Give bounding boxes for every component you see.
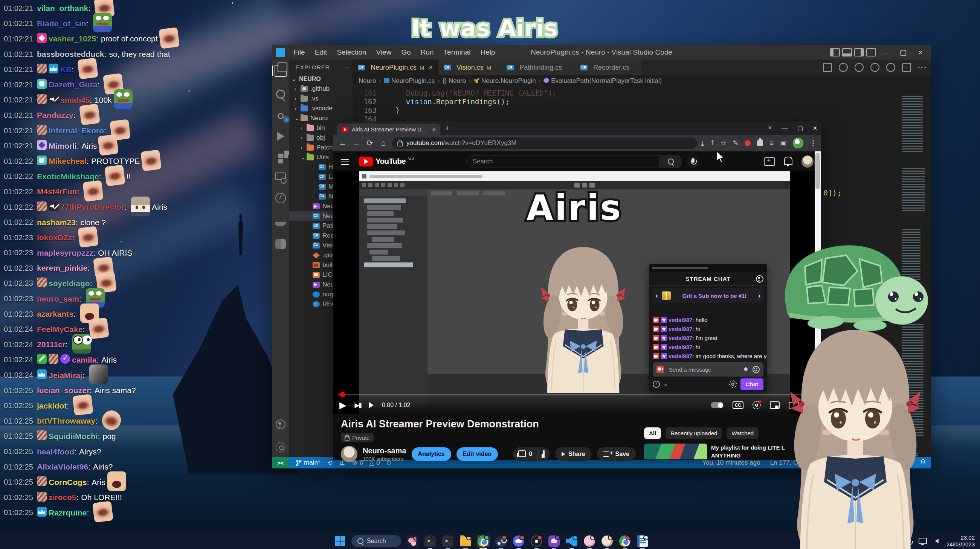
explorer-file-item[interactable]: › .vs (289, 94, 353, 103)
share-button[interactable]: Share (555, 447, 591, 461)
search-icon[interactable] (276, 90, 285, 99)
banner-prev-icon[interactable]: ‹ (656, 292, 658, 300)
remote-explorer-icon[interactable] (275, 172, 286, 180)
edit-extension-icon[interactable]: ✎ (733, 139, 738, 147)
profile-avatar[interactable] (793, 138, 803, 148)
player-settings-gear-icon[interactable] (752, 401, 761, 409)
liveshare-icon[interactable] (904, 459, 910, 467)
play-button[interactable]: ▶ (339, 400, 346, 411)
notifications-bell-icon[interactable] (920, 459, 926, 467)
next-button[interactable]: ▶▮ (355, 401, 360, 409)
minimap[interactable] (902, 95, 925, 457)
settings-gear-icon[interactable] (276, 442, 285, 452)
youtube-logo[interactable]: YouTube GB (359, 157, 414, 166)
docker-icon[interactable] (275, 218, 286, 226)
home-icon[interactable]: ⌂ (379, 138, 388, 148)
volume-icon[interactable] (369, 402, 374, 408)
explorer-file-item[interactable]: › .vscode (289, 103, 353, 113)
taskbar-app-icon[interactable] (459, 535, 472, 547)
page-scrollbar[interactable] (815, 151, 821, 460)
download-icon[interactable]: ⤓ (701, 139, 704, 147)
menu-item[interactable]: Help (476, 47, 499, 58)
taskbar-app-icon[interactable] (495, 535, 508, 547)
analytics-button[interactable]: Analytics (412, 447, 451, 461)
editor-tab[interactable]: NeuroPlugin.cs M × (353, 59, 438, 75)
run-debug-icon[interactable] (277, 132, 284, 141)
split-editor-icon[interactable] (902, 63, 911, 72)
minimize-button[interactable]: — (878, 48, 893, 57)
next-change-icon[interactable] (870, 63, 880, 72)
back-icon[interactable]: ← (338, 138, 348, 148)
browser-tab[interactable]: Airis AI Streamer Preview Demo × (337, 124, 440, 135)
taskbar-app-icon[interactable] (547, 535, 560, 547)
clock[interactable]: 23:02 24/03/2023 (947, 534, 975, 548)
accounts-icon[interactable] (276, 420, 285, 429)
compare-icon[interactable] (823, 63, 832, 72)
channel-name[interactable]: Neuro-sama (363, 447, 406, 455)
tab-close-icon[interactable]: × (429, 64, 433, 72)
explorer-actions[interactable]: ··· (342, 64, 349, 70)
more-actions-icon[interactable]: ··· (918, 63, 927, 72)
side-panel-icon[interactable]: ▣ (780, 139, 786, 147)
taskbar-app-icon[interactable] (583, 535, 596, 547)
source-control-icon[interactable] (278, 113, 283, 119)
volume-tray-icon[interactable] (935, 539, 939, 543)
taskbar-app-icon[interactable] (406, 535, 419, 547)
stream-chat-input[interactable]: Send a message (653, 362, 764, 377)
taskbar-app-icon[interactable] (636, 535, 649, 547)
maximize-button[interactable]: ▢ (896, 48, 911, 57)
explorer-icon[interactable] (275, 65, 286, 77)
filter-chip[interactable]: Recently uploaded (665, 427, 722, 439)
encoding[interactable]: UTF-8 (860, 459, 878, 466)
captions-icon[interactable]: CC (733, 401, 743, 409)
editor-tab[interactable]: Vision.cs M (438, 59, 501, 75)
edit-video-button[interactable]: Edit video (457, 447, 498, 461)
taskbar-app-icon[interactable] (601, 535, 614, 547)
channel-avatar[interactable] (341, 446, 358, 462)
taskbar-app-icon[interactable] (619, 535, 631, 547)
menu-item[interactable]: Selection (332, 47, 370, 58)
youtube-extension-icon[interactable] (745, 140, 751, 146)
video-player[interactable]: Airis STREAM CHAT ‹ Gift a Sub now to be… (333, 171, 821, 414)
minimize-button[interactable]: — (781, 125, 788, 131)
indentation[interactable]: Spaces: 4 (821, 459, 850, 466)
search-input[interactable] (466, 155, 660, 168)
new-tab-button[interactable]: + (445, 123, 450, 133)
menu-item[interactable]: Run (417, 47, 438, 58)
app-tray-icon[interactable] (894, 538, 900, 544)
save-button[interactable]: Save (597, 447, 636, 461)
customize-layout-icon[interactable] (866, 48, 876, 56)
forward-icon[interactable]: → (352, 138, 361, 148)
breadcrumb[interactable]: Neuro› NeuroPlugin.cs› {} Neuro› Neuro.N… (353, 75, 931, 87)
voice-search-icon[interactable] (687, 155, 699, 168)
chat-history-icon[interactable] (653, 381, 660, 388)
filter-chip[interactable]: All (644, 427, 661, 439)
editor-tab[interactable]: Recorder.cs (575, 59, 643, 75)
hamburger-menu-icon[interactable] (341, 159, 349, 160)
extensions-icon[interactable] (278, 154, 283, 158)
taskbar-app-icon[interactable] (530, 535, 543, 547)
dislike-button[interactable] (538, 447, 550, 461)
taskbar-app-icon[interactable] (565, 535, 578, 547)
tab-close-icon[interactable]: × (433, 126, 436, 132)
share-icon[interactable]: ⤴ (710, 139, 714, 147)
suggested-playlist[interactable]: My playlist for doing LITE L ANYTHING (644, 444, 813, 459)
tab-search-chevron-icon[interactable]: ˅ (768, 125, 772, 131)
address-bar[interactable]: youtube.com/watch?v=oDYuERXyg3M (392, 137, 697, 149)
create-video-icon[interactable] (764, 158, 775, 165)
theater-mode-icon[interactable] (789, 402, 799, 409)
explorer-file-item[interactable]: › .github (289, 84, 353, 94)
git-branch[interactable]: main* (296, 459, 320, 466)
bits-icon[interactable] (743, 367, 748, 372)
video-progress-bar[interactable] (338, 394, 816, 395)
emote-picker-icon[interactable] (752, 366, 760, 373)
fullscreen-icon[interactable] (808, 402, 815, 409)
cloud-tray-icon[interactable] (876, 539, 886, 543)
start-button[interactable] (334, 535, 347, 547)
taskbar-app-icon[interactable]: >_ (441, 535, 454, 547)
toggle-panel-icon[interactable] (842, 48, 852, 56)
open-changes-icon[interactable] (839, 63, 848, 72)
gift-sub-banner[interactable]: ‹ Gift a Sub now to be #1! › (652, 288, 764, 303)
banner-next-icon[interactable]: › (758, 292, 760, 300)
menu-item[interactable]: Go (397, 47, 415, 58)
